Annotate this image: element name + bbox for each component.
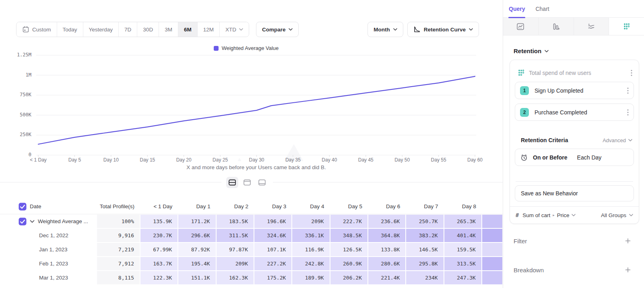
flows-icon	[587, 23, 595, 31]
retention-value-cell: 313.5K	[444, 257, 482, 271]
card-divider	[516, 181, 633, 182]
retention-value-cell: 183.5K	[216, 214, 254, 228]
tab-chart[interactable]: Chart	[535, 6, 549, 12]
chevron-down-icon	[393, 28, 397, 31]
on-or-before-label: On or Before	[533, 154, 568, 161]
range-today[interactable]: Today	[57, 22, 83, 37]
range-12m[interactable]: 12M	[198, 22, 220, 37]
behavior-step[interactable]: 1Sign Up Completed	[515, 82, 634, 99]
table-row[interactable]: Dec 1, 20229,916230.7K296.6K311.5K324.6K…	[0, 228, 503, 242]
row-label: Weighted Average ...	[38, 218, 88, 224]
query-sidebar: Query Chart Retention Total spend of new…	[503, 0, 644, 288]
range-label: Yesterday	[89, 27, 113, 33]
save-behavior-button[interactable]: Save as New Behavior	[515, 185, 634, 201]
layout-chart-top-icon	[243, 179, 251, 186]
kebab-menu-icon[interactable]	[631, 69, 632, 77]
retention-value-cell: 209K	[292, 214, 330, 228]
layout-toggle	[221, 176, 273, 189]
kebab-menu-icon[interactable]	[627, 109, 629, 116]
kebab-menu-icon[interactable]	[627, 87, 629, 94]
active-tab-underline	[508, 17, 525, 18]
retention-value-cell: 336.1K	[292, 228, 330, 242]
tab-query[interactable]: Query	[509, 6, 525, 12]
retention-value-cell: 196.6K	[254, 214, 292, 228]
compare-button[interactable]: Compare	[256, 22, 299, 37]
filter-section[interactable]: Filter	[503, 233, 644, 249]
expand-chevron-icon[interactable]	[30, 220, 35, 223]
retention-value-cell: 122.3K	[140, 271, 178, 285]
header-day-cell: Day 4	[292, 199, 330, 214]
row-date-label: Dec 1, 2022	[39, 232, 68, 238]
criteria-mode-dropdown[interactable]: Advanced	[603, 137, 632, 143]
measure-property-dropdown[interactable]: Sum of cart ▸ Price	[522, 212, 576, 218]
retention-value-cell: 107.1K	[254, 242, 292, 257]
range-30d[interactable]: 30D	[137, 22, 159, 37]
tile-funnels[interactable]	[539, 18, 574, 35]
retention-value-cell: 209K	[216, 257, 254, 271]
retention-value-cell: 221.4K	[368, 271, 406, 285]
chart-caption: X and more days before your Users came b…	[36, 164, 476, 170]
chart-type-button[interactable]: Retention Curve	[407, 22, 479, 37]
range-label: XTD	[225, 27, 236, 33]
y-tick-label: 1.25M	[0, 52, 31, 58]
layout-table-bottom-icon	[258, 179, 266, 186]
table-row[interactable]: Weighted Average ...100%135.9K171.2K183.…	[0, 214, 503, 228]
chevron-down-icon	[628, 139, 632, 141]
chart-plot	[0, 52, 503, 161]
layout-table-bottom-button[interactable]	[256, 177, 268, 188]
header-date-label: Date	[30, 203, 41, 209]
range-7d[interactable]: 7D	[119, 22, 137, 37]
funnels-icon	[552, 23, 560, 31]
clipped-value-cell	[482, 242, 503, 257]
header-day-cell: Day 5	[330, 199, 368, 214]
compare-label: Compare	[262, 27, 286, 33]
range-3m[interactable]: 3M	[159, 22, 178, 37]
insights-icon	[516, 23, 524, 31]
header-day-cell: Day 1	[178, 199, 216, 214]
retention-curve-icon	[413, 26, 421, 33]
table-row[interactable]: Feb 1, 20237,912163.7K195.4K209K227.2K24…	[0, 257, 503, 271]
layout-split-button[interactable]	[226, 177, 238, 188]
breakdown-label: Breakdown	[514, 267, 625, 273]
range-label: Custom	[32, 27, 51, 33]
row-date-label: Feb 1, 2023	[39, 261, 68, 267]
range-6m[interactable]: 6M	[178, 22, 198, 37]
table-row[interactable]: Mar 1, 20238,115122.3K151.1K162.3K175.2K…	[0, 271, 503, 285]
breakdown-section[interactable]: Breakdown	[503, 262, 644, 278]
report-type-selector[interactable]: Retention	[514, 48, 644, 54]
measure-subproperty-label: Price	[557, 212, 570, 218]
retention-value-cell: 364.8K	[368, 228, 406, 242]
range-yesterday[interactable]: Yesterday	[83, 22, 119, 37]
table-row[interactable]: Jan 1, 20237,21967.99K87.92K97.87K107.1K…	[0, 242, 503, 257]
step-label: Purchase Completed	[535, 109, 621, 116]
retention-value-cell: 126.5K	[330, 242, 368, 257]
range-xtd[interactable]: XTD	[220, 22, 249, 37]
toolbar-right: Month Retention Curve	[367, 22, 479, 37]
plus-icon[interactable]	[625, 238, 631, 244]
x-tick-label: < 1 Day	[20, 157, 56, 163]
criteria-window-row[interactable]: On or Before Each Day	[515, 149, 634, 166]
group-selector-dropdown[interactable]: All Groups	[601, 212, 633, 218]
plus-icon[interactable]	[625, 267, 631, 273]
retention-value-cell: 159.5K	[444, 242, 482, 257]
clipped-value-cell	[482, 257, 503, 271]
tile-flows[interactable]	[574, 18, 609, 35]
retention-criteria-title: Retention Criteria	[521, 137, 603, 143]
tile-insights[interactable]	[503, 18, 539, 35]
x-tick-label: Day 20	[166, 157, 202, 163]
granularity-button[interactable]: Month	[367, 22, 403, 37]
clock-icon	[520, 153, 528, 162]
behavior-step[interactable]: 2Purchase Completed	[515, 104, 634, 121]
step-number-badge: 1	[520, 86, 529, 95]
retention-value-cell: 222.7K	[330, 214, 368, 228]
row-checkbox[interactable]	[19, 218, 27, 226]
layout-chart-top-button[interactable]	[241, 177, 253, 188]
retention-criteria-row: Retention Criteria Advanced	[515, 137, 634, 143]
criteria-mode-label: Advanced	[603, 137, 626, 143]
range-custom[interactable]: Custom	[17, 22, 57, 37]
select-all-checkbox[interactable]	[19, 203, 27, 211]
tile-retention[interactable]	[609, 18, 644, 35]
chevron-down-icon	[469, 28, 473, 31]
chart-legend[interactable]: Weighted Average Value	[0, 45, 492, 51]
retention-curve-chart: 0250K500K750K1M1.25M< 1 DayDay 5Day 10Da…	[0, 52, 503, 165]
